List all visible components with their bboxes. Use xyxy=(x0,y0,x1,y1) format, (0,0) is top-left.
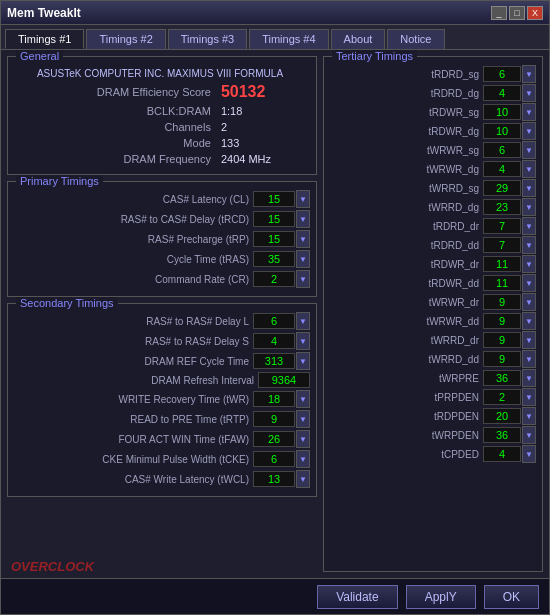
right-timing-value-input[interactable] xyxy=(483,256,521,272)
timing-row: CAS# Write Latency (tWCL)▼ xyxy=(14,470,310,488)
right-timing-value-input[interactable] xyxy=(483,294,521,310)
right-dropdown-arrow-icon[interactable]: ▼ xyxy=(522,350,536,368)
right-dropdown-arrow-icon[interactable]: ▼ xyxy=(522,217,536,235)
tab-timings3[interactable]: Timings #3 xyxy=(168,29,247,49)
right-dropdown-arrow-icon[interactable]: ▼ xyxy=(522,103,536,121)
mobo-label: ASUSTeK COMPUTER INC. MAXIMUS VIII FORMU… xyxy=(16,67,308,80)
right-dropdown-arrow-icon[interactable]: ▼ xyxy=(522,179,536,197)
right-dropdown-arrow-icon[interactable]: ▼ xyxy=(522,160,536,178)
right-dropdown-arrow-icon[interactable]: ▼ xyxy=(522,236,536,254)
timing-row: CAS# Latency (CL)▼ xyxy=(14,190,310,208)
timing-value-input[interactable] xyxy=(253,211,295,227)
bclk-row: BCLK:DRAM 1:18 xyxy=(16,104,308,118)
right-dropdown-arrow-icon[interactable]: ▼ xyxy=(522,65,536,83)
right-dropdown-arrow-icon[interactable]: ▼ xyxy=(522,407,536,425)
dropdown-arrow-icon[interactable]: ▼ xyxy=(296,312,310,330)
right-dropdown-arrow-icon[interactable]: ▼ xyxy=(522,293,536,311)
right-dropdown-arrow-icon[interactable]: ▼ xyxy=(522,312,536,330)
right-dropdown-arrow-icon[interactable]: ▼ xyxy=(522,84,536,102)
right-dropdown-arrow-icon[interactable]: ▼ xyxy=(522,255,536,273)
right-timing-label: tRDRD_dg xyxy=(330,88,483,99)
right-timing-label: tRDWR_dg xyxy=(330,126,483,137)
timing-value-input[interactable] xyxy=(253,313,295,329)
timing-value-input[interactable] xyxy=(253,353,295,369)
right-timing-row: tRDWR_dd▼ xyxy=(330,274,536,292)
right-timing-label: tWRRD_dr xyxy=(330,335,483,346)
timing-value-input[interactable] xyxy=(258,372,310,388)
timing-value-input[interactable] xyxy=(253,391,295,407)
dropdown-arrow-icon[interactable]: ▼ xyxy=(296,410,310,428)
right-timing-value-input[interactable] xyxy=(483,332,521,348)
timing-value-input[interactable] xyxy=(253,231,295,247)
dropdown-arrow-icon[interactable]: ▼ xyxy=(296,390,310,408)
timing-value-input[interactable] xyxy=(253,471,295,487)
right-timing-value-input[interactable] xyxy=(483,66,521,82)
tab-bar: Timings #1 Timings #2 Timings #3 Timings… xyxy=(1,25,549,50)
freq-label: DRAM Frequency xyxy=(16,152,217,166)
right-dropdown-arrow-icon[interactable]: ▼ xyxy=(522,369,536,387)
timing-select: ▼ xyxy=(253,312,310,330)
dropdown-arrow-icon[interactable]: ▼ xyxy=(296,210,310,228)
dropdown-arrow-icon[interactable]: ▼ xyxy=(296,470,310,488)
right-dropdown-arrow-icon[interactable]: ▼ xyxy=(522,274,536,292)
dropdown-arrow-icon[interactable]: ▼ xyxy=(296,230,310,248)
apply-button[interactable]: ApplY xyxy=(406,585,476,609)
timing-value-input[interactable] xyxy=(253,431,295,447)
right-timing-value-input[interactable] xyxy=(483,237,521,253)
ok-button[interactable]: OK xyxy=(484,585,539,609)
tab-about[interactable]: About xyxy=(331,29,386,49)
right-timing-value-input[interactable] xyxy=(483,370,521,386)
close-button[interactable]: X xyxy=(527,6,543,20)
right-panel: Tertiary Timings tRDRD_sg▼tRDRD_dg▼tRDWR… xyxy=(323,56,543,572)
right-dropdown-arrow-icon[interactable]: ▼ xyxy=(522,445,536,463)
maximize-button[interactable]: □ xyxy=(509,6,525,20)
right-timing-label: tCPDED xyxy=(330,449,483,460)
right-dropdown-arrow-icon[interactable]: ▼ xyxy=(522,122,536,140)
timing-value-input[interactable] xyxy=(253,251,295,267)
right-timing-value-input[interactable] xyxy=(483,104,521,120)
right-timing-value-input[interactable] xyxy=(483,218,521,234)
dropdown-arrow-icon[interactable]: ▼ xyxy=(296,450,310,468)
dropdown-arrow-icon[interactable]: ▼ xyxy=(296,430,310,448)
dropdown-arrow-icon[interactable]: ▼ xyxy=(296,250,310,268)
right-timing-value-input[interactable] xyxy=(483,446,521,462)
dropdown-arrow-icon[interactable]: ▼ xyxy=(296,352,310,370)
right-dropdown-arrow-icon[interactable]: ▼ xyxy=(522,198,536,216)
validate-button[interactable]: Validate xyxy=(317,585,397,609)
right-timing-value-input[interactable] xyxy=(483,389,521,405)
right-dropdown-arrow-icon[interactable]: ▼ xyxy=(522,426,536,444)
timing-value-input[interactable] xyxy=(253,333,295,349)
right-timing-row: tRDRD_dr▼ xyxy=(330,217,536,235)
dropdown-arrow-icon[interactable]: ▼ xyxy=(296,190,310,208)
right-timing-value-input[interactable] xyxy=(483,408,521,424)
tab-timings2[interactable]: Timings #2 xyxy=(86,29,165,49)
timing-value-input[interactable] xyxy=(253,191,295,207)
mode-row: Mode 133 xyxy=(16,136,308,150)
right-timing-value-input[interactable] xyxy=(483,142,521,158)
right-dropdown-arrow-icon[interactable]: ▼ xyxy=(522,331,536,349)
right-timing-value-input[interactable] xyxy=(483,180,521,196)
tab-notice[interactable]: Notice xyxy=(387,29,444,49)
dropdown-arrow-icon[interactable]: ▼ xyxy=(296,270,310,288)
right-timing-value-input[interactable] xyxy=(483,427,521,443)
right-timing-value-input[interactable] xyxy=(483,85,521,101)
right-timing-value-input[interactable] xyxy=(483,313,521,329)
right-timing-value-input[interactable] xyxy=(483,161,521,177)
timing-value-input[interactable] xyxy=(253,451,295,467)
right-timing-value-input[interactable] xyxy=(483,351,521,367)
right-dropdown-arrow-icon[interactable]: ▼ xyxy=(522,388,536,406)
right-timing-row: tRDWR_sg▼ xyxy=(330,103,536,121)
right-timing-value-input[interactable] xyxy=(483,123,521,139)
tab-timings1[interactable]: Timings #1 xyxy=(5,29,84,49)
right-timing-value-input[interactable] xyxy=(483,199,521,215)
minimize-button[interactable]: _ xyxy=(491,6,507,20)
dropdown-arrow-icon[interactable]: ▼ xyxy=(296,332,310,350)
right-timing-row: tWRRD_dr▼ xyxy=(330,331,536,349)
right-dropdown-arrow-icon[interactable]: ▼ xyxy=(522,141,536,159)
tab-timings4[interactable]: Timings #4 xyxy=(249,29,328,49)
right-timing-row: tRDWR_dr▼ xyxy=(330,255,536,273)
timing-value-input[interactable] xyxy=(253,411,295,427)
timing-value-input[interactable] xyxy=(253,271,295,287)
right-timing-value-input[interactable] xyxy=(483,275,521,291)
timing-row: RAS# to RAS# Delay L▼ xyxy=(14,312,310,330)
